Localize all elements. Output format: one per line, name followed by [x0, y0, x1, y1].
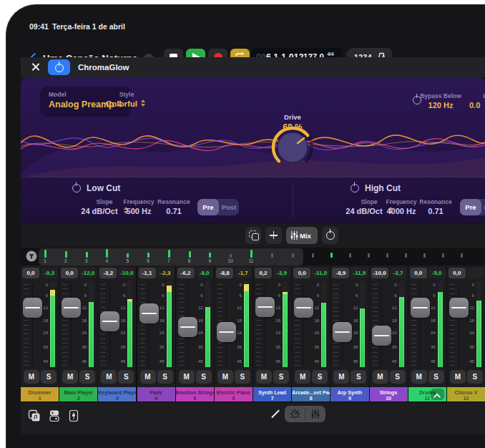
- mute-button[interactable]: M: [179, 370, 195, 384]
- track-name-tile[interactable]: Arp Synth 9: [330, 387, 368, 401]
- solo-button[interactable]: S: [235, 370, 250, 384]
- meter-scale-label: 35: [466, 345, 474, 349]
- lowcut-power-icon[interactable]: [72, 184, 81, 193]
- solo-button[interactable]: S: [390, 370, 406, 384]
- power-icon: [326, 231, 335, 240]
- volume-fader-handle[interactable]: [217, 322, 236, 342]
- fader-ruler: [411, 284, 416, 366]
- volume-fader-handle[interactable]: [178, 317, 197, 337]
- track-name-tile[interactable]: Synth Lead 7: [253, 387, 291, 401]
- post-segment[interactable]: Post: [219, 199, 239, 215]
- mute-button[interactable]: M: [140, 370, 156, 384]
- level-meter-fill: [438, 292, 443, 367]
- filter-icon[interactable]: [26, 250, 37, 262]
- plugins-icon[interactable]: [48, 409, 61, 422]
- channel-volume-value[interactable]: -10,0: [371, 268, 388, 278]
- track-name-tile[interactable]: Emotion Strings 5: [176, 387, 214, 401]
- channel-volume-value[interactable]: 0,0: [293, 268, 310, 278]
- fader-slot: [32, 284, 33, 366]
- solo-button[interactable]: S: [196, 370, 212, 384]
- solo-button[interactable]: S: [428, 370, 444, 384]
- track-name-tile[interactable]: Electric Piano 6: [215, 387, 253, 401]
- mute-button[interactable]: M: [62, 370, 78, 384]
- volume-fader-handle[interactable]: [23, 298, 42, 318]
- mute-button[interactable]: M: [450, 370, 466, 384]
- pre-segment[interactable]: Pre: [197, 199, 219, 215]
- bypass-value[interactable]: 120 Hz: [423, 101, 459, 109]
- solo-button[interactable]: S: [79, 370, 95, 384]
- track-name-tile[interactable]: Bass Player 2: [59, 387, 97, 401]
- meter-scale-label: 35: [156, 345, 165, 349]
- solo-button[interactable]: S: [273, 370, 289, 384]
- mute-button[interactable]: M: [411, 370, 427, 384]
- browser-icon[interactable]: [28, 409, 41, 422]
- volume-fader-handle[interactable]: [294, 298, 313, 318]
- channel-volume-value[interactable]: -3,2: [99, 268, 117, 278]
- add-track-button[interactable]: [265, 227, 282, 244]
- track-name-tile[interactable]: Drummer 1: [21, 387, 59, 401]
- volume-fader-handle[interactable]: [255, 297, 275, 317]
- volume-fader-handle[interactable]: [411, 298, 430, 318]
- mute-button[interactable]: M: [333, 370, 349, 384]
- close-icon[interactable]: [31, 62, 40, 72]
- duplicate-button[interactable]: [245, 227, 261, 244]
- collapse-chevron-button[interactable]: [431, 389, 444, 400]
- post-segment[interactable]: Post: [481, 199, 485, 215]
- channel-strip: -8,8 -1,7 061218243545 M S Electric Pian…: [215, 266, 253, 401]
- track-name-tile[interactable]: Chorus V 12: [447, 387, 485, 401]
- mute-button[interactable]: M: [24, 370, 39, 384]
- channel-volume-value[interactable]: 0,0: [449, 268, 466, 278]
- mute-button[interactable]: M: [256, 370, 272, 384]
- mute-button[interactable]: M: [295, 370, 310, 384]
- channel-volume-value[interactable]: 0,0: [410, 268, 427, 278]
- track-name-tile[interactable]: Drums 11: [408, 387, 446, 401]
- style-selector[interactable]: Colorful: [94, 99, 158, 108]
- channel-volume-value[interactable]: -8,8: [216, 268, 233, 278]
- channel-volume-value[interactable]: 0,0: [61, 268, 78, 278]
- mixer-power-button[interactable]: [322, 227, 338, 244]
- edit-pencil-icon[interactable]: [270, 409, 280, 419]
- volume-fader-handle[interactable]: [62, 298, 81, 318]
- channel-volume-value[interactable]: 0,2: [255, 268, 272, 278]
- overview-window[interactable]: 1234567891011: [39, 248, 303, 266]
- mix-view-button[interactable]: Mix: [286, 227, 318, 244]
- solo-button[interactable]: S: [118, 370, 134, 384]
- divider: [293, 183, 293, 217]
- lowcut-prepost-switch[interactable]: Pre Post: [197, 199, 239, 215]
- plugin-power-button[interactable]: [48, 59, 70, 75]
- track-name-tile[interactable]: Pads 4: [137, 387, 175, 401]
- solo-button[interactable]: S: [41, 370, 57, 384]
- track-name-tile[interactable]: Keyboard Player 3: [98, 387, 136, 401]
- lowcut-resonance-label: Resonance: [152, 198, 195, 205]
- volume-fader-handle[interactable]: [372, 326, 391, 346]
- channel-volume-value[interactable]: 0,0: [22, 268, 39, 278]
- mixer-view-icon[interactable]: [311, 409, 320, 419]
- channel-volume-value[interactable]: -6,2: [177, 268, 195, 278]
- highcut-resonance-value[interactable]: 0.71: [411, 207, 461, 215]
- lowcut-resonance-value[interactable]: 0.71: [149, 207, 199, 215]
- mute-button[interactable]: M: [217, 370, 233, 384]
- solo-button[interactable]: S: [312, 370, 328, 384]
- bypass-label: Bypass Below: [419, 92, 462, 99]
- overview-meter: [292, 253, 294, 258]
- channel-volume-value[interactable]: -1,1: [139, 268, 156, 278]
- pre-segment[interactable]: Pre: [460, 199, 481, 215]
- track-name-tile[interactable]: Arcade...eet Pad 8: [292, 387, 330, 401]
- channel-volume-value[interactable]: -8,9: [332, 268, 349, 278]
- solo-button[interactable]: S: [157, 370, 173, 384]
- highcut-power-icon[interactable]: [351, 184, 359, 193]
- volume-fader-handle[interactable]: [333, 322, 352, 342]
- volume-fader-handle[interactable]: [139, 303, 159, 323]
- volume-fader-handle[interactable]: [100, 311, 119, 331]
- mute-button[interactable]: M: [373, 370, 388, 384]
- fader-controls-icon[interactable]: [68, 409, 79, 422]
- volume-fader-handle[interactable]: [449, 298, 469, 318]
- solo-button[interactable]: S: [467, 370, 483, 384]
- smart-controls-knob-icon[interactable]: [290, 409, 300, 419]
- solo-button[interactable]: S: [351, 370, 366, 384]
- track-name-tile[interactable]: Strings 10: [370, 387, 408, 401]
- drive-knob[interactable]: [269, 122, 316, 169]
- highcut-prepost-switch[interactable]: Pre Post: [460, 199, 485, 215]
- level-value[interactable]: 0.0: [469, 101, 485, 109]
- mute-button[interactable]: M: [101, 370, 117, 384]
